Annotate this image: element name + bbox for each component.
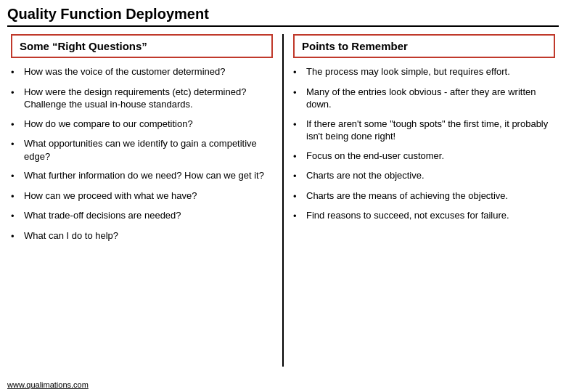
content-area: Some “Right Questions” • How was the voi… (0, 27, 566, 367)
bullet-icon: • (293, 190, 303, 203)
page-title: Quality Function Deployment (0, 0, 566, 25)
right-header: Points to Remember (293, 34, 555, 58)
list-item: • What trade-off decisions are needed? (11, 209, 273, 223)
list-item-text: Charts are the means of achieving the ob… (306, 189, 508, 203)
list-item: • The process may look simple, but requi… (293, 65, 555, 79)
column-divider (282, 34, 284, 367)
left-header: Some “Right Questions” (11, 34, 273, 58)
list-item-text: How do we compare to our competition? (24, 118, 193, 131)
right-column: Points to Remember • The process may loo… (290, 34, 559, 367)
list-item-text: What trade-off decisions are needed? (24, 209, 181, 222)
bullet-icon: • (11, 66, 21, 79)
bullet-icon: • (293, 86, 303, 99)
list-item-text: If there aren't some "tough spots" the f… (306, 118, 555, 143)
bullet-icon: • (11, 138, 21, 151)
right-bullet-list: • The process may look simple, but requi… (293, 65, 555, 223)
bullet-icon: • (11, 170, 21, 183)
list-item: • Charts are not the objective. (293, 169, 555, 183)
list-item-text: The process may look simple, but require… (306, 65, 510, 78)
list-item: • Find reasons to succeed, not excuses f… (293, 209, 555, 223)
list-item: • How was the voice of the customer dete… (11, 65, 273, 79)
list-item: • What opportunities can we identify to … (11, 137, 273, 163)
list-item: • Many of the entries look obvious - aft… (293, 86, 555, 111)
bullet-icon: • (11, 86, 21, 99)
bullet-icon: • (11, 210, 21, 223)
left-bullet-list: • How was the voice of the customer dete… (11, 65, 273, 242)
list-item-text: How were the design requirements (etc) d… (24, 86, 273, 111)
bullet-icon: • (11, 190, 21, 203)
list-item-text: Many of the entries look obvious - after… (306, 86, 555, 111)
list-item-text: What opportunities can we identify to ga… (24, 137, 273, 163)
bullet-icon: • (293, 150, 303, 163)
list-item-text: What can I do to help? (24, 229, 118, 242)
list-item: • If there aren't some "tough spots" the… (293, 118, 555, 143)
bullet-icon: • (293, 66, 303, 79)
list-item: • Charts are the means of achieving the … (293, 189, 555, 203)
list-item-text: Find reasons to succeed, not excuses for… (306, 209, 509, 222)
list-item-text: How can we proceed with what we have? (24, 189, 197, 203)
left-column: Some “Right Questions” • How was the voi… (7, 34, 276, 367)
list-item: • What further information do we need? H… (11, 169, 273, 183)
list-item: • Focus on the end-user customer. (293, 150, 555, 163)
list-item-text: Charts are not the objective. (306, 169, 424, 182)
bullet-icon: • (11, 230, 21, 243)
list-item-text: What further information do we need? How… (24, 169, 264, 182)
list-item: • How can we proceed with what we have? (11, 189, 273, 203)
bullet-icon: • (293, 118, 303, 131)
list-item: • How were the design requirements (etc)… (11, 86, 273, 111)
list-item-text: How was the voice of the customer determ… (24, 65, 225, 78)
footer-link[interactable]: www.qualimations.com (7, 380, 89, 389)
list-item: • What can I do to help? (11, 229, 273, 243)
bullet-icon: • (293, 170, 303, 183)
bullet-icon: • (11, 118, 21, 131)
list-item-text: Focus on the end-user customer. (306, 150, 444, 163)
list-item: • How do we compare to our competition? (11, 118, 273, 131)
bullet-icon: • (293, 210, 303, 223)
